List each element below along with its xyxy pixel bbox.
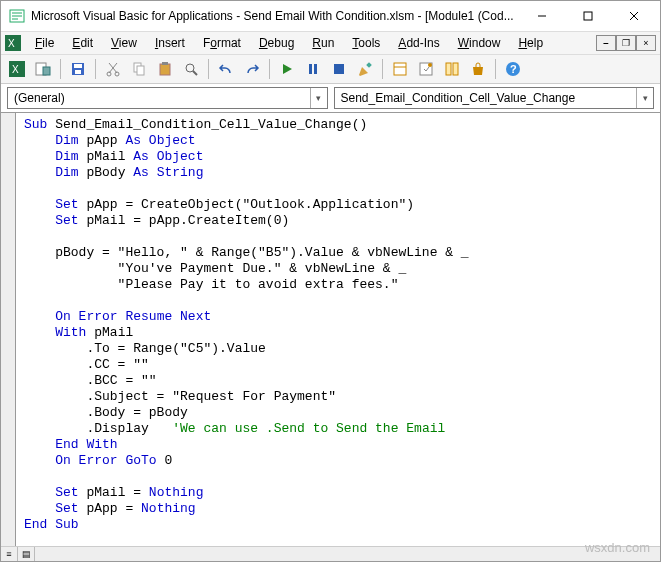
svg-rect-27 [366, 62, 372, 68]
menubar: X File Edit View Insert Format Debug Run… [1, 32, 660, 55]
minimize-button[interactable] [520, 2, 564, 30]
project-explorer-icon[interactable] [388, 57, 412, 81]
run-icon[interactable] [275, 57, 299, 81]
copy-icon[interactable] [127, 57, 151, 81]
svg-point-20 [186, 64, 194, 72]
svg-rect-13 [75, 70, 81, 74]
menu-format[interactable]: Format [195, 34, 249, 52]
svg-rect-2 [584, 12, 592, 20]
svg-text:X: X [8, 38, 15, 49]
svg-rect-32 [446, 63, 451, 75]
separator [269, 59, 270, 79]
mdi-minimize-button[interactable]: ‒ [596, 35, 616, 51]
separator [208, 59, 209, 79]
reset-icon[interactable] [327, 57, 351, 81]
svg-rect-12 [74, 64, 82, 68]
insert-module-icon[interactable] [31, 57, 55, 81]
menu-tools[interactable]: Tools [344, 34, 388, 52]
redo-icon[interactable] [240, 57, 264, 81]
svg-rect-19 [162, 62, 168, 65]
svg-rect-25 [334, 64, 344, 74]
svg-text:X: X [12, 64, 19, 75]
object-dropdown-value: (General) [8, 91, 71, 105]
menu-insert[interactable]: Insert [147, 34, 193, 52]
svg-rect-23 [309, 64, 312, 74]
separator [382, 59, 383, 79]
mdi-restore-button[interactable]: ❐ [616, 35, 636, 51]
svg-marker-26 [359, 67, 368, 76]
app-window: Microsoft Visual Basic for Applications … [0, 0, 661, 562]
menu-file[interactable]: File [27, 34, 62, 52]
code-selectors: (General) ▾ Send_Email_Condition_Cell_Va… [1, 84, 660, 112]
close-button[interactable] [612, 2, 656, 30]
menu-addins[interactable]: Add-Ins [390, 34, 447, 52]
paste-icon[interactable] [153, 57, 177, 81]
view-excel-icon[interactable]: X [5, 57, 29, 81]
toolbar: X ? [1, 55, 660, 84]
svg-rect-28 [394, 63, 406, 75]
vba-app-icon [9, 8, 25, 24]
svg-marker-22 [283, 64, 292, 74]
menu-edit[interactable]: Edit [64, 34, 101, 52]
procedure-view-button[interactable]: ≡ [1, 547, 18, 561]
svg-rect-17 [137, 66, 144, 75]
mdi-controls: ‒ ❐ × [596, 35, 656, 51]
design-mode-icon[interactable] [353, 57, 377, 81]
menu-window[interactable]: Window [450, 34, 509, 52]
maximize-button[interactable] [566, 2, 610, 30]
find-icon[interactable] [179, 57, 203, 81]
svg-rect-24 [314, 64, 317, 74]
procedure-dropdown[interactable]: Send_Email_Condition_Cell_Value_Change ▾ [334, 87, 655, 109]
undo-icon[interactable] [214, 57, 238, 81]
full-module-view-button[interactable]: ▤ [18, 547, 35, 561]
properties-icon[interactable] [414, 57, 438, 81]
separator [95, 59, 96, 79]
separator [60, 59, 61, 79]
svg-rect-33 [453, 63, 458, 75]
code-editor[interactable]: Sub Send_Email_Condition_Cell_Value_Chan… [16, 113, 660, 546]
procedure-dropdown-value: Send_Email_Condition_Cell_Value_Change [335, 91, 582, 105]
titlebar: Microsoft Visual Basic for Applications … [1, 1, 660, 32]
chevron-down-icon: ▾ [636, 88, 653, 108]
svg-point-31 [428, 63, 432, 67]
menu-help[interactable]: Help [510, 34, 551, 52]
window-controls [520, 2, 656, 30]
svg-line-21 [193, 71, 197, 75]
svg-rect-10 [43, 67, 50, 75]
window-title: Microsoft Visual Basic for Applications … [31, 9, 520, 23]
help-icon[interactable]: ? [501, 57, 525, 81]
separator [495, 59, 496, 79]
object-dropdown[interactable]: (General) ▾ [7, 87, 328, 109]
object-browser-icon[interactable] [440, 57, 464, 81]
cut-icon[interactable] [101, 57, 125, 81]
svg-text:?: ? [510, 63, 517, 75]
mdi-close-button[interactable]: × [636, 35, 656, 51]
save-icon[interactable] [66, 57, 90, 81]
toolbox-icon[interactable] [466, 57, 490, 81]
code-area: Sub Send_Email_Condition_Cell_Value_Chan… [1, 112, 660, 546]
chevron-down-icon: ▾ [310, 88, 327, 108]
menu-debug[interactable]: Debug [251, 34, 302, 52]
menu-run[interactable]: Run [304, 34, 342, 52]
excel-icon: X [5, 35, 21, 51]
margin-gutter[interactable] [1, 113, 16, 546]
menu-view[interactable]: View [103, 34, 145, 52]
svg-rect-18 [160, 64, 170, 75]
break-icon[interactable] [301, 57, 325, 81]
view-switch-bar: ≡ ▤ [1, 546, 660, 561]
